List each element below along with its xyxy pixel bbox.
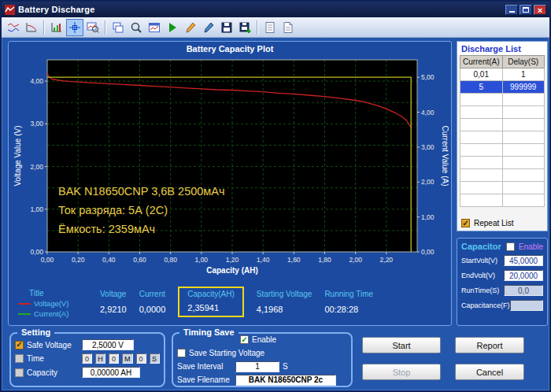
seconds-unit-label: S — [150, 353, 160, 364]
svg-text:1,40: 1,40 — [257, 256, 270, 264]
pencil-icon[interactable] — [182, 19, 199, 36]
capacitor-header: Capacitor Enable — [461, 242, 543, 251]
capacity-label: Capacity — [27, 368, 79, 377]
capacitor-field-capacitance-f: Capacitance(F) — [461, 300, 543, 311]
discharge-row-empty[interactable] — [460, 194, 545, 207]
discharge-row-empty[interactable] — [460, 169, 545, 182]
svg-text:0,00: 0,00 — [421, 248, 435, 256]
capacitor-field-startvolt-v: StartVolt(V) 45,0000 — [461, 255, 543, 266]
repeat-list-label: Repeat List — [474, 219, 514, 227]
toolbar-separator — [257, 20, 258, 35]
timing-save-panel-label: Timing Save — [179, 327, 239, 338]
discharge-row-empty[interactable] — [460, 94, 545, 106]
time-hours-input[interactable]: 0 — [82, 353, 92, 364]
svg-text:2,00: 2,00 — [421, 178, 435, 186]
svg-text:BAK N18650CNP 3,6В 2500мАч: BAK N18650CNP 3,6В 2500мАч — [58, 185, 225, 198]
endvolt-v-input[interactable]: 20,0000 — [504, 270, 543, 281]
svg-text:Capacity (AH): Capacity (AH) — [206, 266, 258, 275]
cascade-windows-icon[interactable] — [109, 19, 127, 36]
discharge-col-header[interactable]: Current(A) — [460, 56, 503, 68]
stat-label: Current — [139, 290, 166, 298]
time-seconds-input[interactable]: 0 — [136, 353, 146, 364]
save-starting-voltage-checkbox[interactable] — [177, 349, 186, 357]
discharge-row-empty[interactable] — [460, 131, 545, 144]
discharge-row-empty[interactable] — [460, 182, 545, 194]
save-filename-input[interactable] — [235, 375, 336, 386]
stat-starting-voltage: Starting Voltage 4,1968 — [257, 289, 312, 314]
start-button[interactable]: Start — [362, 337, 441, 353]
window-controls — [505, 5, 546, 15]
safe-voltage-row: Safe Voltage — [15, 339, 160, 350]
capacity-input[interactable] — [82, 367, 140, 378]
discharge-row[interactable]: 5999999 — [460, 81, 545, 94]
svg-text:4,00: 4,00 — [421, 109, 435, 116]
capacitor-field-runtime-s: RunTime(S) 0,0 — [461, 285, 543, 296]
svg-text:1,60: 1,60 — [287, 256, 301, 264]
discharge-col-header[interactable]: Delay(S) — [502, 56, 545, 68]
discharge-row-empty[interactable] — [460, 119, 545, 131]
runtime-s-input[interactable]: 0,0 — [504, 285, 543, 296]
legend-item: Current(A) — [18, 309, 87, 318]
minutes-unit-label: M — [122, 353, 133, 364]
save-icon[interactable] — [218, 19, 235, 36]
marker-icon[interactable] — [200, 19, 217, 36]
chart-title: Battery Capacity Plot — [9, 42, 451, 55]
maximize-button[interactable] — [520, 5, 532, 15]
report-button[interactable]: Report — [455, 337, 524, 353]
save-starting-voltage-row: Save Starting Voltage — [177, 347, 347, 359]
log-icon[interactable] — [279, 19, 297, 36]
timing-enable-checkbox[interactable] — [240, 335, 249, 344]
stat-running-time: Running Time 00:28:28 — [324, 289, 373, 314]
stat-label: Capacity(AH) — [187, 290, 234, 298]
time-checkbox[interactable] — [15, 354, 24, 363]
chart-legend: Title Voltage(V) Current(A) — [18, 289, 87, 318]
capacity-plot[interactable]: 0,00 0,20 0,40 0,60 0,80 1,00 1,20 1,40 … — [11, 55, 449, 288]
capacitor-enable-checkbox[interactable] — [506, 242, 515, 251]
safe-voltage-input[interactable] — [82, 339, 134, 350]
grid-chart-icon[interactable] — [48, 19, 65, 36]
startvolt-v-input[interactable]: 45,0000 — [504, 255, 543, 266]
capacitance-f-input[interactable] — [510, 300, 543, 311]
report-icon[interactable] — [261, 19, 279, 36]
svg-text:1,80: 1,80 — [318, 256, 331, 264]
svg-text:3,00: 3,00 — [30, 120, 43, 128]
legend-title: Title — [29, 289, 87, 298]
timing-save-panel: Timing Save Enable Save Starting Voltage… — [172, 332, 353, 387]
discharge-row-empty[interactable] — [460, 106, 545, 119]
repeat-list-checkbox[interactable] — [461, 219, 470, 227]
save-interval-input[interactable] — [235, 361, 279, 372]
svg-text:2,00: 2,00 — [30, 163, 43, 171]
stop-button[interactable]: Stop — [362, 364, 441, 380]
stat-label: Running Time — [324, 290, 373, 298]
toolbar-separator — [43, 20, 45, 35]
discharge-row[interactable]: 0,011 — [460, 68, 545, 81]
svg-text:4,00: 4,00 — [30, 77, 43, 85]
stat-label: Starting Voltage — [257, 290, 312, 298]
stat-value: 00:28:28 — [324, 305, 373, 314]
capacity-checkbox[interactable] — [15, 368, 24, 377]
app-icon — [5, 5, 15, 15]
minimize-button[interactable] — [505, 5, 518, 15]
pan-crosshair-icon[interactable] — [66, 19, 83, 36]
close-button[interactable] — [534, 5, 546, 15]
zoom-chart-icon[interactable] — [84, 19, 102, 36]
discharge-row-empty[interactable] — [460, 157, 545, 169]
save-filename-row: Save Filename — [177, 374, 347, 386]
zoom-icon[interactable] — [128, 19, 145, 36]
svg-text:0,40: 0,40 — [102, 256, 116, 264]
safe-voltage-checkbox[interactable] — [15, 341, 24, 349]
capacitor-panel: Capacitor Enable StartVolt(V) 45,0000 En… — [457, 238, 548, 326]
save-data-icon[interactable] — [236, 19, 253, 36]
voltage-chart-icon[interactable] — [23, 19, 40, 36]
chart-panel: Battery Capacity Plot 0,00 0,20 0,40 0,6… — [8, 41, 452, 326]
start-test-icon[interactable] — [164, 19, 181, 36]
stat-value: 0,0000 — [139, 305, 166, 314]
safe-voltage-label: Safe Voltage — [27, 341, 79, 349]
window-chart-icon[interactable] — [146, 19, 163, 36]
svg-text:0,00: 0,00 — [41, 256, 54, 264]
discharge-row-empty[interactable] — [460, 144, 545, 157]
svg-text:0,60: 0,60 — [133, 256, 146, 264]
curves-chart-icon[interactable] — [5, 19, 22, 36]
time-minutes-input[interactable]: 0 — [109, 353, 119, 364]
cancel-button[interactable]: Cancel — [455, 364, 524, 380]
